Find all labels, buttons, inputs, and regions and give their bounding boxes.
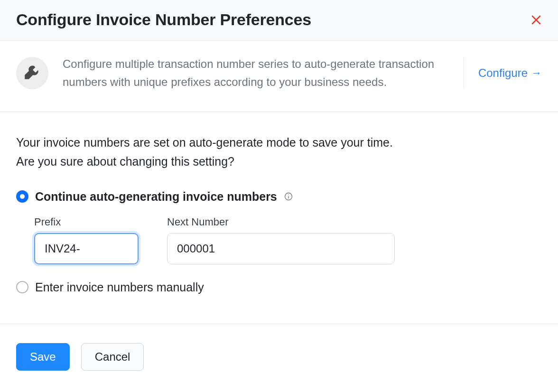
next-number-input[interactable]: [167, 233, 395, 264]
dialog-body: Your invoice numbers are set on auto-gen…: [0, 112, 558, 324]
option-manual-label: Enter invoice numbers manually: [35, 280, 204, 294]
banner-text: Configure multiple transaction number se…: [63, 55, 449, 92]
configure-link[interactable]: Configure →: [478, 66, 542, 80]
dialog-header: Configure Invoice Number Preferences: [0, 0, 558, 41]
cancel-button[interactable]: Cancel: [81, 343, 144, 371]
arrow-right-icon: →: [531, 67, 542, 79]
radio-manual[interactable]: [16, 281, 28, 293]
intro-text: Your invoice numbers are set on auto-gen…: [16, 133, 542, 171]
info-icon[interactable]: [284, 192, 293, 201]
prefix-input[interactable]: [34, 233, 139, 264]
prefix-label: Prefix: [34, 216, 139, 228]
close-icon[interactable]: [530, 14, 542, 26]
option-manual[interactable]: Enter invoice numbers manually: [16, 280, 542, 294]
svg-point-4: [288, 195, 289, 196]
intro-line-1: Your invoice numbers are set on auto-gen…: [16, 133, 542, 152]
dialog-footer: Save Cancel: [0, 324, 558, 390]
intro-line-2: Are you sure about changing this setting…: [16, 152, 542, 171]
configure-link-label: Configure: [478, 66, 528, 80]
banner-divider: [464, 58, 464, 88]
prefix-field-group: Prefix: [34, 216, 139, 264]
option-auto-generate[interactable]: Continue auto-generating invoice numbers: [16, 190, 542, 204]
option-auto-label: Continue auto-generating invoice numbers: [35, 190, 277, 204]
auto-generate-fields: Prefix Next Number: [34, 216, 542, 264]
next-number-label: Next Number: [167, 216, 395, 228]
dialog-title: Configure Invoice Number Preferences: [16, 10, 311, 29]
wrench-icon: [16, 57, 48, 89]
save-button[interactable]: Save: [16, 343, 70, 371]
next-number-field-group: Next Number: [167, 216, 395, 264]
series-banner: Configure multiple transaction number se…: [0, 41, 558, 112]
radio-auto-generate[interactable]: [16, 190, 28, 203]
